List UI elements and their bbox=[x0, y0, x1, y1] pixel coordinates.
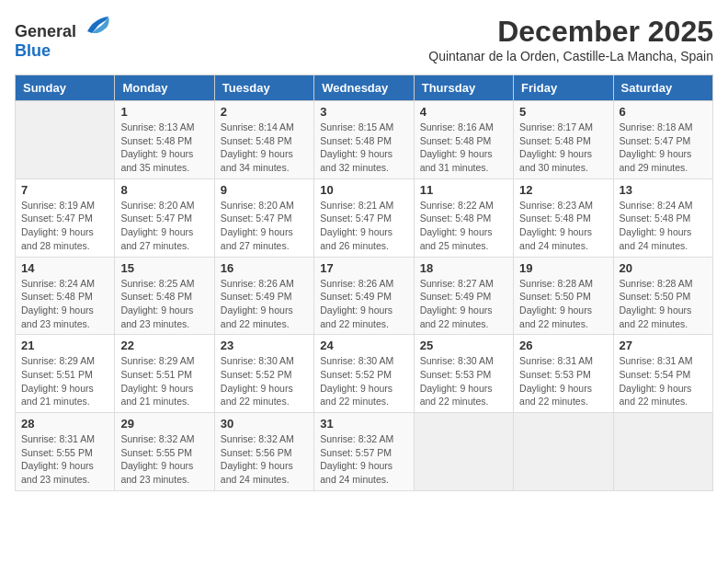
day-number: 19 bbox=[519, 261, 607, 275]
calendar-cell: 21Sunrise: 8:29 AMSunset: 5:51 PMDayligh… bbox=[16, 335, 115, 413]
calendar-subtitle: Quintanar de la Orden, Castille-La Manch… bbox=[428, 49, 713, 63]
calendar-cell: 31Sunrise: 8:32 AMSunset: 5:57 PMDayligh… bbox=[314, 413, 414, 491]
day-info: Sunrise: 8:16 AMSunset: 5:48 PMDaylight:… bbox=[420, 121, 507, 175]
calendar-cell: 27Sunrise: 8:31 AMSunset: 5:54 PMDayligh… bbox=[613, 335, 712, 413]
day-info: Sunrise: 8:29 AMSunset: 5:51 PMDaylight:… bbox=[21, 354, 108, 408]
calendar-cell bbox=[613, 413, 712, 491]
calendar-cell bbox=[514, 413, 613, 491]
logo: General Blue bbox=[15, 15, 110, 61]
day-info: Sunrise: 8:21 AMSunset: 5:47 PMDaylight:… bbox=[320, 199, 407, 253]
day-number: 11 bbox=[420, 183, 507, 197]
day-number: 17 bbox=[320, 261, 407, 275]
calendar-cell: 23Sunrise: 8:30 AMSunset: 5:52 PMDayligh… bbox=[214, 335, 313, 413]
calendar-cell: 9Sunrise: 8:20 AMSunset: 5:47 PMDaylight… bbox=[214, 178, 313, 257]
calendar-cell: 20Sunrise: 8:28 AMSunset: 5:50 PMDayligh… bbox=[613, 257, 712, 335]
day-number: 15 bbox=[120, 261, 208, 275]
calendar-cell: 16Sunrise: 8:26 AMSunset: 5:49 PMDayligh… bbox=[214, 257, 313, 335]
header-saturday: Saturday bbox=[613, 75, 712, 101]
header-row: Sunday Monday Tuesday Wednesday Thursday… bbox=[16, 75, 713, 101]
day-info: Sunrise: 8:20 AMSunset: 5:47 PMDaylight:… bbox=[221, 199, 308, 253]
day-info: Sunrise: 8:32 AMSunset: 5:56 PMDaylight:… bbox=[221, 432, 308, 487]
calendar-cell: 4Sunrise: 8:16 AMSunset: 5:48 PMDaylight… bbox=[414, 101, 513, 179]
day-number: 24 bbox=[320, 339, 407, 352]
day-info: Sunrise: 8:27 AMSunset: 5:49 PMDaylight:… bbox=[420, 277, 507, 331]
calendar-cell: 5Sunrise: 8:17 AMSunset: 5:48 PMDaylight… bbox=[514, 101, 613, 179]
day-info: Sunrise: 8:23 AMSunset: 5:48 PMDaylight:… bbox=[519, 199, 607, 253]
day-info: Sunrise: 8:13 AMSunset: 5:48 PMDaylight:… bbox=[120, 121, 208, 175]
calendar-cell: 18Sunrise: 8:27 AMSunset: 5:49 PMDayligh… bbox=[414, 257, 513, 335]
day-info: Sunrise: 8:31 AMSunset: 5:53 PMDaylight:… bbox=[519, 354, 607, 408]
day-info: Sunrise: 8:26 AMSunset: 5:49 PMDaylight:… bbox=[221, 277, 308, 331]
calendar-cell: 3Sunrise: 8:15 AMSunset: 5:48 PMDaylight… bbox=[314, 101, 414, 179]
calendar-cell: 14Sunrise: 8:24 AMSunset: 5:48 PMDayligh… bbox=[16, 257, 115, 335]
calendar-header: Sunday Monday Tuesday Wednesday Thursday… bbox=[16, 75, 713, 101]
day-number: 2 bbox=[221, 105, 308, 119]
header-friday: Friday bbox=[514, 75, 613, 101]
day-number: 7 bbox=[21, 183, 108, 197]
title-section: December 2025 Quintanar de la Orden, Cas… bbox=[428, 15, 713, 71]
day-info: Sunrise: 8:19 AMSunset: 5:47 PMDaylight:… bbox=[21, 199, 108, 253]
day-info: Sunrise: 8:25 AMSunset: 5:48 PMDaylight:… bbox=[120, 277, 208, 331]
day-number: 16 bbox=[221, 261, 308, 275]
calendar-cell: 17Sunrise: 8:26 AMSunset: 5:49 PMDayligh… bbox=[314, 257, 414, 335]
day-number: 18 bbox=[420, 261, 507, 275]
calendar-cell: 15Sunrise: 8:25 AMSunset: 5:48 PMDayligh… bbox=[115, 257, 214, 335]
calendar-cell: 10Sunrise: 8:21 AMSunset: 5:47 PMDayligh… bbox=[314, 178, 414, 257]
header-sunday: Sunday bbox=[16, 75, 115, 101]
calendar-cell: 25Sunrise: 8:30 AMSunset: 5:53 PMDayligh… bbox=[414, 335, 513, 413]
day-number: 12 bbox=[519, 183, 607, 197]
day-info: Sunrise: 8:28 AMSunset: 5:50 PMDaylight:… bbox=[519, 277, 607, 331]
day-info: Sunrise: 8:14 AMSunset: 5:48 PMDaylight:… bbox=[221, 121, 308, 175]
calendar-cell bbox=[16, 101, 115, 179]
day-info: Sunrise: 8:22 AMSunset: 5:48 PMDaylight:… bbox=[420, 199, 507, 253]
logo-bird-icon bbox=[83, 15, 110, 37]
day-number: 28 bbox=[21, 417, 108, 431]
day-number: 25 bbox=[420, 339, 507, 352]
calendar-cell bbox=[414, 413, 513, 491]
calendar-week-1: 7Sunrise: 8:19 AMSunset: 5:47 PMDaylight… bbox=[16, 178, 713, 257]
day-number: 13 bbox=[620, 183, 707, 197]
day-number: 6 bbox=[620, 105, 707, 119]
day-number: 3 bbox=[320, 105, 407, 119]
day-info: Sunrise: 8:31 AMSunset: 5:55 PMDaylight:… bbox=[21, 432, 108, 487]
calendar-cell: 1Sunrise: 8:13 AMSunset: 5:48 PMDaylight… bbox=[115, 101, 214, 179]
day-number: 1 bbox=[120, 105, 208, 119]
logo-general: General bbox=[15, 22, 76, 40]
calendar-cell: 8Sunrise: 8:20 AMSunset: 5:47 PMDaylight… bbox=[115, 178, 214, 257]
calendar-week-4: 28Sunrise: 8:31 AMSunset: 5:55 PMDayligh… bbox=[16, 413, 713, 491]
calendar-cell: 11Sunrise: 8:22 AMSunset: 5:48 PMDayligh… bbox=[414, 178, 513, 257]
calendar-cell: 22Sunrise: 8:29 AMSunset: 5:51 PMDayligh… bbox=[115, 335, 214, 413]
header-thursday: Thursday bbox=[414, 75, 513, 101]
day-number: 4 bbox=[420, 105, 507, 119]
day-info: Sunrise: 8:30 AMSunset: 5:52 PMDaylight:… bbox=[320, 354, 407, 408]
day-number: 29 bbox=[120, 417, 208, 431]
calendar-week-2: 14Sunrise: 8:24 AMSunset: 5:48 PMDayligh… bbox=[16, 257, 713, 335]
day-number: 20 bbox=[620, 261, 707, 275]
calendar-cell: 13Sunrise: 8:24 AMSunset: 5:48 PMDayligh… bbox=[613, 178, 712, 257]
day-info: Sunrise: 8:24 AMSunset: 5:48 PMDaylight:… bbox=[620, 199, 707, 253]
day-info: Sunrise: 8:24 AMSunset: 5:48 PMDaylight:… bbox=[21, 277, 108, 331]
day-number: 22 bbox=[120, 339, 208, 352]
header-wednesday: Wednesday bbox=[314, 75, 414, 101]
calendar-cell: 6Sunrise: 8:18 AMSunset: 5:47 PMDaylight… bbox=[613, 101, 712, 179]
day-info: Sunrise: 8:26 AMSunset: 5:49 PMDaylight:… bbox=[320, 277, 407, 331]
calendar-body: 1Sunrise: 8:13 AMSunset: 5:48 PMDaylight… bbox=[16, 101, 713, 491]
logo-text: General Blue bbox=[15, 15, 110, 61]
day-info: Sunrise: 8:32 AMSunset: 5:55 PMDaylight:… bbox=[120, 432, 208, 487]
day-info: Sunrise: 8:15 AMSunset: 5:48 PMDaylight:… bbox=[320, 121, 407, 175]
calendar-cell: 12Sunrise: 8:23 AMSunset: 5:48 PMDayligh… bbox=[514, 178, 613, 257]
calendar-week-3: 21Sunrise: 8:29 AMSunset: 5:51 PMDayligh… bbox=[16, 335, 713, 413]
calendar-cell: 28Sunrise: 8:31 AMSunset: 5:55 PMDayligh… bbox=[16, 413, 115, 491]
day-info: Sunrise: 8:18 AMSunset: 5:47 PMDaylight:… bbox=[620, 121, 707, 175]
day-info: Sunrise: 8:32 AMSunset: 5:57 PMDaylight:… bbox=[320, 432, 407, 487]
day-number: 14 bbox=[21, 261, 108, 275]
logo-blue: Blue bbox=[15, 41, 51, 60]
day-info: Sunrise: 8:30 AMSunset: 5:52 PMDaylight:… bbox=[221, 354, 308, 408]
day-info: Sunrise: 8:29 AMSunset: 5:51 PMDaylight:… bbox=[120, 354, 208, 408]
day-info: Sunrise: 8:17 AMSunset: 5:48 PMDaylight:… bbox=[519, 121, 607, 175]
calendar-week-0: 1Sunrise: 8:13 AMSunset: 5:48 PMDaylight… bbox=[16, 101, 713, 179]
calendar-title: December 2025 bbox=[428, 15, 713, 49]
calendar-cell: 24Sunrise: 8:30 AMSunset: 5:52 PMDayligh… bbox=[314, 335, 414, 413]
day-number: 26 bbox=[519, 339, 607, 352]
day-info: Sunrise: 8:28 AMSunset: 5:50 PMDaylight:… bbox=[620, 277, 707, 331]
